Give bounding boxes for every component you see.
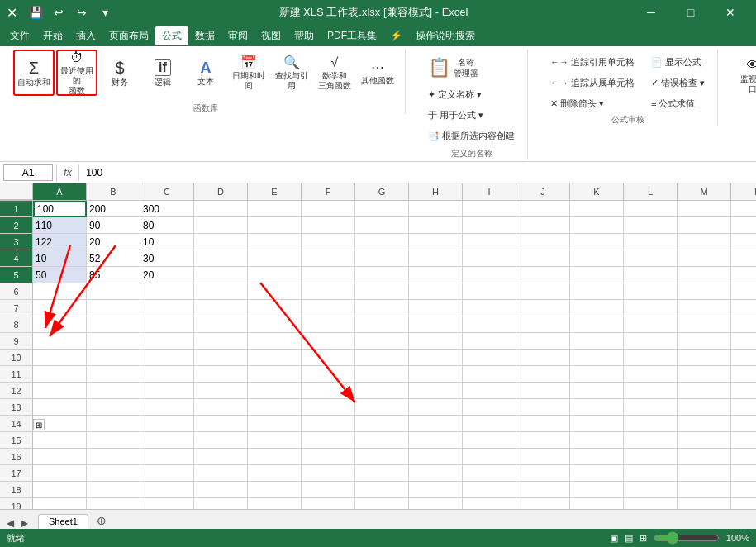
cell-H5[interactable] bbox=[409, 267, 463, 283]
cell-H19[interactable] bbox=[409, 498, 463, 509]
cell-C15[interactable] bbox=[140, 432, 194, 449]
cell-C9[interactable] bbox=[140, 333, 194, 350]
col-header-L[interactable]: L bbox=[624, 183, 678, 200]
cell-H12[interactable] bbox=[409, 383, 463, 399]
cell-C14[interactable] bbox=[140, 416, 194, 432]
col-header-M[interactable]: M bbox=[678, 183, 731, 200]
cell-M6[interactable] bbox=[678, 283, 731, 300]
cell-G10[interactable] bbox=[355, 350, 409, 366]
minimize-btn[interactable]: ─ bbox=[632, 0, 670, 25]
logic-btn[interactable]: if 逻辑 bbox=[142, 50, 183, 96]
cell-C8[interactable] bbox=[140, 316, 194, 333]
col-header-K[interactable]: K bbox=[570, 183, 624, 200]
cell-J12[interactable] bbox=[516, 383, 570, 399]
cell-I7[interactable] bbox=[463, 300, 516, 316]
view-normal-icon[interactable]: ▣ bbox=[610, 533, 618, 544]
cell-E8[interactable] bbox=[248, 316, 302, 333]
row-header-2[interactable]: 2 bbox=[0, 217, 32, 234]
quick-undo[interactable]: ↩ bbox=[49, 2, 69, 22]
cell-E18[interactable] bbox=[248, 482, 302, 498]
cell-N3[interactable] bbox=[731, 234, 756, 250]
cell-G2[interactable] bbox=[355, 217, 409, 234]
cell-H18[interactable] bbox=[409, 482, 463, 498]
cell-G6[interactable] bbox=[355, 283, 409, 300]
cell-N12[interactable] bbox=[731, 383, 756, 399]
cell-B7[interactable] bbox=[87, 300, 140, 316]
cell-D8[interactable] bbox=[194, 316, 248, 333]
cell-H17[interactable] bbox=[409, 465, 463, 482]
cell-C7[interactable] bbox=[140, 300, 194, 316]
menu-pdf[interactable]: PDF工具集 bbox=[321, 26, 383, 45]
sheet-next-btn[interactable]: ▶ bbox=[17, 517, 31, 529]
cell-A13[interactable] bbox=[33, 399, 87, 416]
col-header-B[interactable]: B bbox=[87, 183, 140, 200]
cell-D1[interactable] bbox=[194, 201, 248, 217]
cell-C3[interactable]: 10 bbox=[140, 234, 194, 250]
cell-E2[interactable] bbox=[248, 217, 302, 234]
view-page-icon[interactable]: ⊞ bbox=[640, 533, 647, 544]
cell-D4[interactable] bbox=[194, 250, 248, 267]
close-btn[interactable]: ✕ bbox=[711, 0, 749, 25]
cell-G17[interactable] bbox=[355, 465, 409, 482]
cell-F19[interactable] bbox=[302, 498, 355, 509]
cell-B12[interactable] bbox=[87, 383, 140, 399]
cell-K14[interactable] bbox=[570, 416, 624, 432]
cell-H2[interactable] bbox=[409, 217, 463, 234]
cell-J18[interactable] bbox=[516, 482, 570, 498]
row-header-19[interactable]: 19 bbox=[0, 498, 32, 509]
cell-A16[interactable] bbox=[33, 449, 87, 465]
menu-file[interactable]: 文件 bbox=[3, 26, 36, 45]
cell-K17[interactable] bbox=[570, 465, 624, 482]
cell-I17[interactable] bbox=[463, 465, 516, 482]
cell-I6[interactable] bbox=[463, 283, 516, 300]
cell-A4[interactable]: 10 bbox=[33, 250, 87, 267]
cell-D7[interactable] bbox=[194, 300, 248, 316]
cell-H7[interactable] bbox=[409, 300, 463, 316]
cell-F2[interactable] bbox=[302, 217, 355, 234]
cell-A7[interactable] bbox=[33, 300, 87, 316]
cell-I5[interactable] bbox=[463, 267, 516, 283]
cell-C18[interactable] bbox=[140, 482, 194, 498]
col-header-N[interactable]: N bbox=[731, 183, 756, 200]
cell-M5[interactable] bbox=[678, 267, 731, 283]
cell-B3[interactable]: 20 bbox=[87, 234, 140, 250]
cell-C19[interactable] bbox=[140, 498, 194, 509]
cell-B14[interactable] bbox=[87, 416, 140, 432]
cell-M4[interactable] bbox=[678, 250, 731, 267]
cell-L13[interactable] bbox=[624, 399, 678, 416]
cell-L8[interactable] bbox=[624, 316, 678, 333]
maximize-btn[interactable]: □ bbox=[672, 0, 710, 25]
row-header-4[interactable]: 4 bbox=[0, 250, 32, 267]
menu-layout[interactable]: 页面布局 bbox=[102, 26, 155, 45]
cell-F9[interactable] bbox=[302, 333, 355, 350]
cell-A17[interactable] bbox=[33, 465, 87, 482]
name-manager-btn[interactable]: 📋 名称管理器 bbox=[422, 53, 484, 83]
cell-G16[interactable] bbox=[355, 449, 409, 465]
cell-J1[interactable] bbox=[516, 201, 570, 217]
cell-L4[interactable] bbox=[624, 250, 678, 267]
cell-J6[interactable] bbox=[516, 283, 570, 300]
cell-E15[interactable] bbox=[248, 432, 302, 449]
cell-J8[interactable] bbox=[516, 316, 570, 333]
cell-B18[interactable] bbox=[87, 482, 140, 498]
cell-I2[interactable] bbox=[463, 217, 516, 234]
cell-I13[interactable] bbox=[463, 399, 516, 416]
menu-review[interactable]: 审阅 bbox=[221, 26, 254, 45]
cell-I12[interactable] bbox=[463, 383, 516, 399]
cell-J4[interactable] bbox=[516, 250, 570, 267]
cell-I18[interactable] bbox=[463, 482, 516, 498]
cell-K10[interactable] bbox=[570, 350, 624, 366]
row-header-13[interactable]: 13 bbox=[0, 399, 32, 416]
row-header-7[interactable]: 7 bbox=[0, 300, 32, 316]
cell-F13[interactable] bbox=[302, 399, 355, 416]
cell-M19[interactable] bbox=[678, 498, 731, 509]
cell-K3[interactable] bbox=[570, 234, 624, 250]
define-name-btn[interactable]: ✦ 定义名称 ▾ bbox=[422, 85, 487, 103]
cell-J2[interactable] bbox=[516, 217, 570, 234]
cell-M15[interactable] bbox=[678, 432, 731, 449]
cell-D9[interactable] bbox=[194, 333, 248, 350]
cell-J5[interactable] bbox=[516, 267, 570, 283]
cell-K13[interactable] bbox=[570, 399, 624, 416]
row-header-17[interactable]: 17 bbox=[0, 465, 32, 482]
col-header-D[interactable]: D bbox=[194, 183, 248, 200]
